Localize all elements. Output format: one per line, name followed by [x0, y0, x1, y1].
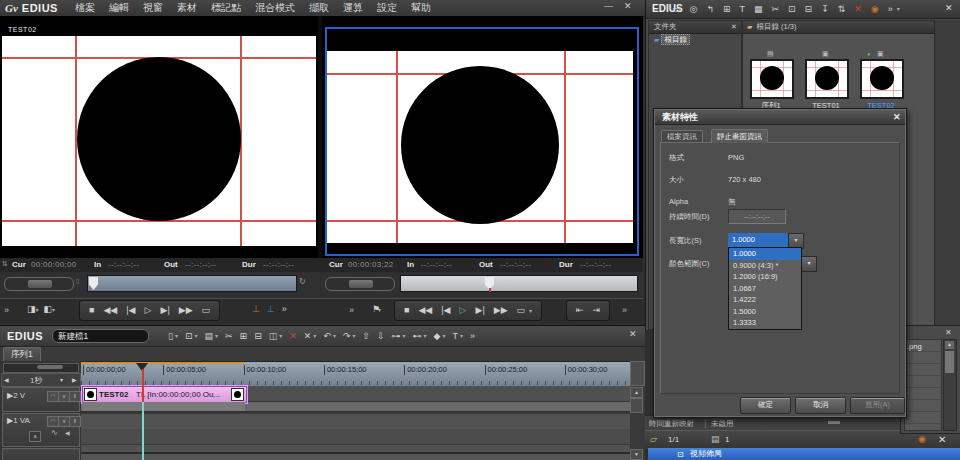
scroll-thumb[interactable] [945, 351, 954, 373]
audio-source-icon[interactable]: a [29, 431, 41, 442]
redo-icon[interactable]: ↷ [343, 332, 351, 341]
up-folder-icon[interactable]: ↰ [706, 5, 714, 14]
color-range-combo-arrow-icon[interactable]: ▾ [801, 256, 817, 272]
add-marker-caret-icon[interactable]: ▾ [378, 307, 381, 313]
fast-forward-icon[interactable]: ▶▶ [494, 306, 508, 315]
add-clip-icon[interactable]: ▦ [754, 5, 763, 14]
set-marker-caret-icon[interactable]: ▾ [443, 333, 446, 339]
video-layout-row[interactable]: ⊡ 視頻佈局 [648, 448, 960, 460]
copy-icon[interactable]: ⊡ [788, 5, 796, 14]
scroll-up-icon[interactable]: ▲ [945, 341, 954, 349]
minimize-button[interactable]: — [604, 1, 613, 11]
scroll-down-icon[interactable]: ▼ [630, 449, 643, 460]
ripple-delete-icon[interactable]: ✕ [304, 332, 312, 341]
menu-item[interactable]: 幫助 [411, 1, 431, 15]
scroll-thumb[interactable] [630, 398, 643, 413]
add-title-icon[interactable]: T [739, 5, 745, 14]
dropdown-option[interactable]: 1.2000 (16:9) [729, 271, 801, 283]
info-row-label[interactable]: 時間重新映射 [649, 419, 694, 429]
menu-item[interactable]: 視窗 [143, 1, 163, 15]
monitor-icon[interactable]: ▭ [202, 306, 211, 315]
dialog-close-button[interactable]: ✕ [893, 110, 901, 124]
splitter-handle[interactable] [828, 421, 840, 424]
menu-item[interactable]: 運算 [343, 1, 363, 15]
new-sequence-caret-icon[interactable]: ▾ [175, 333, 178, 339]
match-frame-caret-icon[interactable]: ▾ [424, 333, 427, 339]
frame-back-icon[interactable]: |◀ [126, 306, 135, 315]
timeline-ruler[interactable]: 00:00:00;0000:00:05;0000:00:10;0000:00:1… [81, 361, 631, 387]
reel-icon[interactable]: ◉ [918, 434, 926, 444]
menu-item[interactable]: 編輯 [109, 1, 129, 15]
open-project-icon[interactable]: ⊡ [185, 332, 193, 341]
render-icon[interactable]: ⇩ [377, 332, 385, 341]
insert-to-timeline-icon[interactable]: ⊥ [252, 305, 260, 314]
bg-vscrollbar[interactable]: ▲ [943, 339, 957, 431]
ok-button[interactable]: 確定 [740, 397, 791, 414]
bin-close-button[interactable]: ✕ [945, 3, 953, 13]
more-middle-chevron[interactable]: » [349, 305, 354, 315]
recorder-position-slider[interactable] [400, 275, 638, 292]
dropdown-option[interactable]: 1.5000 [729, 306, 801, 318]
aspect-ratio-combobox[interactable]: 1.0000 [728, 233, 788, 247]
mixer-caret-icon[interactable]: ▾ [403, 333, 406, 339]
timeline-vscrollbar[interactable]: ▲ ▼ [630, 386, 644, 460]
more-caret-icon[interactable]: ▾ [897, 6, 900, 12]
project-name-input[interactable]: 新建檔1 [52, 329, 149, 343]
cut-icon[interactable]: ✂ [225, 332, 233, 341]
playhead-line-teal[interactable] [142, 402, 144, 460]
zoom-next-icon[interactable]: ▶ [72, 376, 77, 383]
more-icon[interactable]: » [888, 5, 893, 14]
timeline-close-button[interactable]: ✕ [629, 329, 637, 339]
add-to-timeline-icon[interactable]: ⇧ [362, 332, 370, 341]
rewind-icon[interactable]: ◀◀ [418, 306, 432, 315]
player-position-slider[interactable] [87, 275, 297, 292]
set-marker-icon[interactable]: ◆ [434, 332, 441, 341]
timeline-clip-test02[interactable]: TEST02 TL [In:00:00:00;00 Ou... [82, 386, 247, 403]
fast-forward-icon[interactable]: ▶▶ [179, 306, 193, 315]
sort-descending-icon[interactable]: ↧ [821, 5, 829, 14]
menu-item[interactable]: 檔案 [75, 1, 95, 15]
dropdown-option[interactable]: 1.0667 [729, 283, 801, 295]
clip-mixer-section[interactable] [82, 402, 245, 411]
monitor-caret-icon[interactable]: ▾ [529, 308, 532, 314]
dropdown-option[interactable]: 1.4222 [729, 294, 801, 306]
rewind-icon[interactable]: ◀◀ [103, 306, 117, 315]
menu-item[interactable]: 素材 [177, 1, 197, 15]
cancel-button[interactable]: 取消 [795, 397, 846, 414]
waveform-icon[interactable]: ∿ [51, 428, 58, 437]
dropdown-option[interactable]: 1.0000 [729, 248, 801, 260]
undo-icon[interactable]: ↶ [323, 332, 331, 341]
recorder-monitor[interactable] [322, 16, 643, 258]
dropdown-option[interactable]: 1.3333 [729, 317, 801, 329]
titler-icon[interactable]: T [453, 332, 459, 341]
folder-tree-root[interactable]: ▰ 根目錄 [654, 35, 690, 45]
more-stamps-icon[interactable]: » [282, 305, 287, 314]
more-left-chevron[interactable]: » [4, 305, 9, 315]
set-in-point-icon[interactable]: ⇤ [576, 306, 584, 315]
track-header-2v[interactable]: ▶2 V ◠ ∨ ‖ [2, 387, 80, 412]
sort-icon[interactable]: ⇅ [838, 5, 846, 14]
player-position-thumb[interactable] [89, 277, 98, 290]
frame-back-icon[interactable]: |◀ [441, 306, 450, 315]
track-patch-icon[interactable]: ‖ [69, 391, 81, 402]
capture-icon[interactable]: ◉ [871, 5, 879, 14]
delete-icon[interactable]: ✕ [289, 332, 297, 341]
va-video-lane[interactable] [81, 413, 630, 430]
zoom-caret-icon[interactable]: ▾ [60, 376, 63, 383]
timeline-mini-scrollbar[interactable] [3, 363, 79, 373]
scroll-up-icon[interactable]: ▲ [630, 387, 643, 398]
paste-icon[interactable]: ⊟ [254, 332, 262, 341]
loop-icon[interactable]: ↻ [299, 277, 306, 286]
menu-item[interactable]: 標記點 [211, 1, 241, 15]
dropdown-option[interactable]: 0.9000 (4:3) * [729, 260, 801, 272]
titler-caret-icon[interactable]: ▾ [460, 333, 463, 339]
tab-still-image-info[interactable]: 靜止畫面資訊 [711, 129, 768, 143]
va-audio-sub-lane[interactable] [81, 445, 630, 454]
more-tools-icon[interactable]: » [470, 332, 475, 341]
playhead-line-red[interactable] [142, 369, 144, 402]
redo-caret-icon[interactable]: ▾ [352, 333, 355, 339]
track-header-partial[interactable] [2, 448, 80, 460]
clip-thumbnail[interactable] [805, 59, 849, 99]
track-header-1va[interactable]: ▶1 VA ◠ ∨ ‖ a ∿ ◀ [2, 413, 80, 447]
clip-thumbnail[interactable] [860, 59, 904, 99]
